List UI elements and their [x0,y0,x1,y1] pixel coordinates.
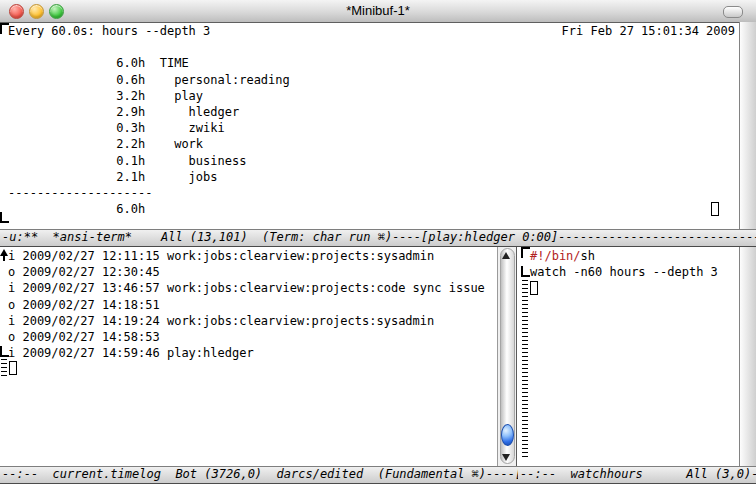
term-pane[interactable]: Every 60.0s: hours --depth 3 Fri Feb 27 … [0,22,738,229]
script-scrollbar[interactable] [739,247,756,466]
timelog-line: i 2009/02/27 12:11:15 work:jobs:clearvie… [8,248,485,264]
report-line: -------------------- [8,185,290,201]
timelog-scrollbar[interactable] [497,247,517,466]
scrollbar-track[interactable] [500,248,515,464]
script-lines: #!/bin/sh watch -n60 hours --depth 3 [530,248,718,280]
timelog-line: o 2009/02/27 12:30:45 [8,264,485,280]
timelog-line: i 2009/02/27 14:19:24 work:jobs:clearvie… [8,313,485,329]
empty-line-indicator-icon [1,359,7,378]
timelog-line: i 2009/02/27 14:59:46 play:hledger [8,345,485,361]
timelog-line: o 2009/02/27 14:58:53 [8,329,485,345]
timelog-line: o 2009/02/27 14:18:51 [8,297,485,313]
modeline-timelog[interactable]: --:-- current.timelog Bot (3726,0) darcs… [0,466,518,484]
script-line: watch -n60 hours --depth 3 [530,264,718,280]
report-line: 6.0h [8,201,290,217]
script-shebang-line: #!/bin/sh [530,248,718,264]
term-cursor [711,202,719,216]
timelog-lines: i 2009/02/27 12:11:15 work:jobs:clearvie… [8,248,485,361]
empty-line-indicator-icon [522,280,528,458]
modeline-script[interactable]: --:-- watchhours All (3,0)------- [518,466,756,484]
report-line: 3.2h play [8,88,290,104]
script-pane[interactable]: #!/bin/sh watch -n60 hours --depth 3 [518,247,739,466]
modeline-term[interactable]: -u:** *ansi-term* All (13,101) (Term: ch… [0,229,756,247]
watch-date-label: Fri Feb 27 15:01:34 2009 [562,23,735,39]
script-cursor [530,281,538,295]
shebang-shell: sh [581,249,595,263]
timelog-line: i 2009/02/27 13:46:57 work:jobs:clearvie… [8,280,485,296]
buffer-bottom-angle-icon [521,266,530,277]
watch-interval-label: Every 60.0s: hours --depth 3 [8,23,210,39]
toolbar-pill-button[interactable] [723,6,743,18]
scrollbar-up-arrow-icon[interactable] [502,252,510,259]
buffer-top-angle-icon [521,247,530,258]
report-line: 0.1h business [8,153,290,169]
report-line: 2.2h work [8,136,290,152]
report-line: 6.0h TIME [8,55,290,71]
scrollbar-thumb[interactable] [501,424,514,446]
scrollbar-down-arrow-icon[interactable] [502,454,510,461]
report-line: 0.3h zwiki [8,120,290,136]
report-line: 2.9h hledger [8,104,290,120]
timelog-pane[interactable]: i 2009/02/27 12:11:15 work:jobs:clearvie… [0,247,496,466]
minibuffer[interactable]: Redo: (ansi-term "/Users/simon/bin/watch… [8,486,748,502]
report-line: 2.1h jobs [8,169,290,185]
emacs-window: *Minibuf-1* Every 60.0s: hours --depth 3… [0,0,756,502]
window-title: *Minibuf-1* [0,3,756,18]
timelog-cursor [9,361,17,375]
scroll-up-indicator-icon [0,249,8,261]
report-line: 0.6h personal:reading [8,72,290,88]
hours-report: 6.0h TIME 0.6h personal:reading 3.2h pla… [8,55,290,217]
shebang-interpreter: #!/bin/ [530,249,581,263]
term-scrollbar[interactable] [739,22,756,229]
window-titlebar[interactable]: *Minibuf-1* [0,0,756,23]
